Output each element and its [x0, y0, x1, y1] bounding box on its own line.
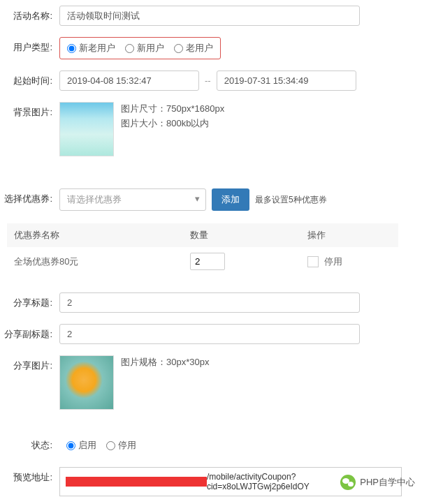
cell-qty: [183, 247, 300, 276]
label-start-time: 起始时间:: [0, 71, 59, 87]
label-share-subtitle: 分享副标题:: [0, 324, 59, 341]
add-coupon-button[interactable]: 添加: [212, 188, 249, 211]
end-time-input[interactable]: [217, 71, 356, 91]
th-qty: 数量: [183, 223, 300, 247]
radio-enable[interactable]: 启用: [66, 439, 96, 452]
qty-input[interactable]: [190, 253, 225, 270]
label-select-coupon: 选择优惠券:: [0, 188, 59, 205]
share-title-input[interactable]: [59, 292, 360, 313]
label-activity-name: 活动名称:: [0, 6, 59, 22]
redacted-bar: [66, 477, 207, 487]
wechat-icon: [340, 475, 356, 490]
disable-label: 停用: [324, 255, 342, 268]
start-time-input[interactable]: [59, 71, 199, 91]
coupon-select[interactable]: 请选择优惠券: [59, 188, 206, 211]
table-row: 全场优惠券80元 停用: [7, 247, 398, 276]
coupon-hint: 最多设置5种优惠券: [255, 194, 327, 206]
status-group: 启用 停用: [59, 435, 143, 456]
share-subtitle-input[interactable]: [59, 324, 360, 344]
share-image-spec: 图片规格：30px*30px: [121, 355, 209, 370]
label-preview-url: 预览地址:: [0, 467, 59, 484]
cell-name: 全场优惠券80元: [7, 247, 183, 276]
radio-disable[interactable]: 停用: [106, 439, 136, 452]
bg-image-info: 图片尺寸：750px*1680px 图片大小：800kb以内: [121, 102, 224, 156]
time-separator: --: [202, 75, 214, 86]
footer-watermark: PHP自学中心: [340, 475, 415, 490]
label-status: 状态:: [0, 435, 59, 452]
bg-image-preview[interactable]: [59, 102, 114, 156]
user-type-group: 新老用户 新用户 老用户: [59, 37, 221, 59]
label-share-image: 分享图片:: [0, 355, 59, 372]
activity-name-input[interactable]: [59, 6, 360, 26]
coupon-table: 优惠券名称 数量 操作 全场优惠券80元 停用: [7, 223, 398, 276]
share-image-preview[interactable]: [59, 355, 114, 410]
radio-new-users[interactable]: 新用户: [125, 42, 164, 54]
label-share-title: 分享标题:: [0, 292, 59, 309]
th-name: 优惠券名称: [7, 223, 183, 247]
label-user-type: 用户类型:: [0, 37, 59, 54]
radio-old-users[interactable]: 老用户: [174, 42, 213, 54]
cell-action: 停用: [300, 247, 398, 276]
label-bg-image: 背景图片:: [0, 102, 59, 119]
th-action: 操作: [300, 223, 398, 247]
disable-checkbox[interactable]: [307, 256, 319, 267]
radio-all-users[interactable]: 新老用户: [67, 42, 115, 54]
